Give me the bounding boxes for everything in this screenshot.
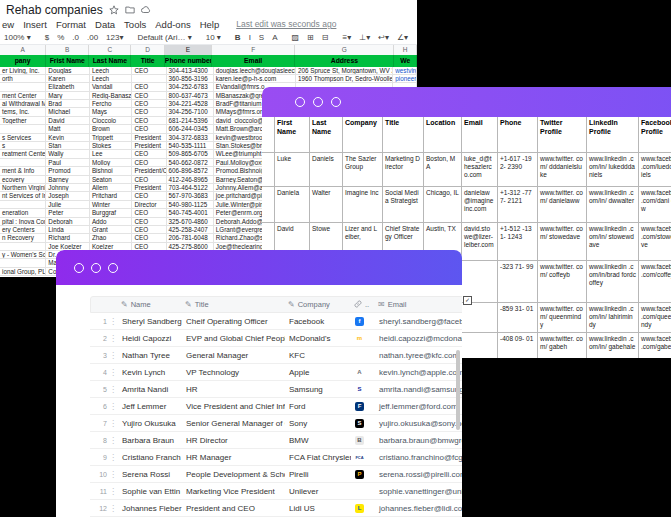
sheet-cell-company[interactable]: [0, 259, 46, 267]
sheet-cell-first[interactable]: Wally: [46, 150, 90, 158]
font-select[interactable]: Default (Ari… ▾: [137, 33, 191, 42]
merge-cells-icon[interactable]: ⊟: [322, 33, 329, 42]
sheet-cell-company[interactable]: n Recovery: [0, 234, 46, 242]
leads-cell-logo[interactable]: B: [351, 432, 375, 448]
sheet-cell-last[interactable]: Molloy: [90, 159, 133, 167]
sheet-cell-phone[interactable]: 540-662-0872: [167, 159, 214, 167]
sheet-cell-company[interactable]: [0, 83, 46, 91]
sheet-cell-first[interactable]: Kevin: [46, 134, 90, 142]
sheet-cell-title[interactable]: President/CEO: [132, 167, 166, 175]
sheet-cell-first[interactable]: Mary: [46, 92, 90, 100]
increase-decimal-icon[interactable]: .00: [87, 33, 98, 42]
contact-cell-title[interactable]: Social Media Strategist: [383, 187, 424, 223]
sheet-cell-company[interactable]: eneration: [0, 209, 46, 217]
document-title[interactable]: Rehab companies: [6, 3, 103, 17]
leads-cell-logo[interactable]: P: [351, 466, 375, 482]
contact-header-cell[interactable]: Twitter Profile: [538, 117, 587, 153]
leads-cell-email[interactable]: jeff.lemmer@ford.com: [375, 398, 462, 414]
sheet-cell-first[interactable]: Linda: [46, 226, 90, 234]
fill-color-icon[interactable]: ▨: [292, 33, 300, 42]
contact-cell-email[interactable]: danielaw @imagine inc.com: [462, 187, 498, 223]
leads-cell-company[interactable]: Facebook: [285, 313, 351, 329]
sheet-cell-first[interactable]: Promod: [46, 167, 90, 175]
leads-cell-email[interactable]: sophie.vanettinger@unilever.com: [375, 483, 462, 499]
leads-cell-company[interactable]: Lidl US: [285, 500, 351, 516]
leads-row[interactable]: 5⋮Amrita NandiHRSamsungSamrita.nandi@sam…: [90, 381, 462, 398]
contact-cell-email[interactable]: [462, 333, 498, 358]
contact-cell-linkedin[interactable]: www.linkedin .com/in/ lahirimindy: [587, 303, 639, 333]
borders-icon[interactable]: ⊞: [307, 33, 314, 42]
sheet-cell-phone[interactable]: 425-258-2407: [167, 226, 214, 234]
sheet-cell-company[interactable]: reatment Center: [0, 150, 46, 158]
leads-cell-company[interactable]: Sony: [285, 415, 351, 431]
leads-cell-email[interactable]: heidi.capozzi@mcdonalds.com: [375, 330, 462, 346]
sheet-cell-company[interactable]: al Withdrawal Mana: [0, 100, 46, 108]
leads-header-Company[interactable]: ✎Company: [284, 297, 350, 312]
leads-cell-company[interactable]: Unilever: [285, 483, 351, 499]
sheet-cell-last[interactable]: Stokes: [90, 142, 133, 150]
drag-handle-icon[interactable]: ⋮: [109, 504, 116, 513]
move-folder-icon[interactable]: [125, 5, 135, 15]
leads-cell-title[interactable]: General Manager: [182, 347, 285, 363]
contact-cell-phone[interactable]: +1-617 -192- 2390: [498, 153, 538, 187]
sheet-cell-company[interactable]: ery Centers: [0, 226, 46, 234]
leads-cell-logo[interactable]: L: [351, 500, 375, 516]
sheet-cell-last[interactable]: Redig-Banaszak: [90, 92, 133, 100]
leads-header-index[interactable]: [91, 297, 117, 312]
sheet-cell-company[interactable]: nt Services of Ironto: [0, 192, 46, 200]
leads-cell-logo[interactable]: S: [351, 381, 375, 397]
leads-cell-title[interactable]: HR: [182, 381, 285, 397]
drag-handle-icon[interactable]: ⋮: [109, 317, 116, 326]
drag-handle-icon[interactable]: ⋮: [109, 351, 116, 360]
leads-cell-email[interactable]: johannes.fieber@lidl.com: [375, 500, 462, 516]
leads-cell-logo[interactable]: S: [351, 415, 375, 431]
contact-cell-linkedin[interactable]: www.linkedin .com/in/ stowewdave: [587, 223, 639, 261]
sheet-cell-title[interactable]: CEO: [132, 209, 166, 217]
leads-cell-logo[interactable]: FCA: [351, 449, 375, 465]
sheet-cell-company[interactable]: orth: [0, 75, 46, 83]
sheet-cell-phone[interactable]: 703-464-5122: [167, 184, 214, 192]
sheet-cell-first[interactable]: Michael: [46, 108, 90, 116]
leads-header-Name[interactable]: ✎Name: [117, 297, 181, 312]
strikethrough-icon[interactable]: S: [259, 33, 264, 42]
leads-cell-company[interactable]: FCA Fiat Chrysler: [285, 449, 351, 465]
sheet-cell-title[interactable]: CEO: [132, 83, 166, 91]
sheet-cell-last[interactable]: Burggraf: [90, 209, 133, 217]
column-header-A[interactable]: A: [0, 45, 46, 55]
leads-row[interactable]: 6⋮Jeff LemmerVice President and Chief In…: [90, 398, 462, 415]
number-format-select[interactable]: 123▾: [106, 33, 123, 42]
leads-cell-company[interactable]: BMW: [285, 432, 351, 448]
sheet-cell-title[interactable]: CEO: [132, 108, 166, 116]
sheet-cell-phone[interactable]: 304-256-7100: [167, 108, 214, 116]
leads-cell-email[interactable]: amrita.nandi@samsung.com: [375, 381, 462, 397]
contact-cell-company[interactable]: The Sazler Group: [343, 153, 383, 187]
sheet-cell-title[interactable]: CEO: [132, 67, 166, 75]
leads-cell-name[interactable]: Serena Rossi: [118, 466, 182, 482]
leads-cell-company[interactable]: McDonald's: [285, 330, 351, 346]
column-header-B[interactable]: B: [46, 45, 89, 55]
sheet-cell-title[interactable]: President: [132, 184, 166, 192]
font-size-select[interactable]: 10 ▾: [206, 33, 221, 42]
sheet-cell-website[interactable]: pioneerhumane: [393, 75, 417, 83]
column-header-F[interactable]: F: [212, 45, 295, 55]
leads-row[interactable]: 12⋮Johannes FieberPresident and CEOLidl …: [90, 500, 462, 517]
sheet-cell-first[interactable]: Richard: [46, 234, 90, 242]
sheet-cell-phone[interactable]: 681-214-5396: [167, 117, 214, 125]
contact-cell-email[interactable]: [462, 303, 498, 333]
contact-cell-company[interactable]: Imagine Inc: [343, 187, 383, 223]
leads-cell-name[interactable]: Nathan Tyree: [118, 347, 182, 363]
sheet-cell-phone[interactable]: 540-745-4001: [167, 209, 214, 217]
sheet-cell-last[interactable]: Vandall: [90, 83, 133, 91]
leads-cell-email[interactable]: sheryl.sandberg@facebook.com: [375, 313, 462, 329]
column-header-H[interactable]: H: [394, 45, 417, 55]
decrease-decimal-icon[interactable]: .0: [72, 33, 79, 42]
sheet-cell-phone[interactable]: 800-637-4673: [167, 92, 214, 100]
menu-item-help[interactable]: Help: [200, 19, 220, 30]
leads-cell-title[interactable]: HR Manager: [182, 449, 285, 465]
leads-cell-company[interactable]: Samsung: [285, 381, 351, 397]
sheet-cell-last[interactable]: Brown: [90, 125, 133, 133]
contact-cell-linkedin[interactable]: www.linkedin .com/in/ dwwalter: [587, 187, 639, 223]
menu-item-format[interactable]: Format: [56, 19, 86, 30]
bold-icon[interactable]: B: [235, 33, 241, 42]
contact-cell-last[interactable]: Walter: [310, 187, 343, 223]
